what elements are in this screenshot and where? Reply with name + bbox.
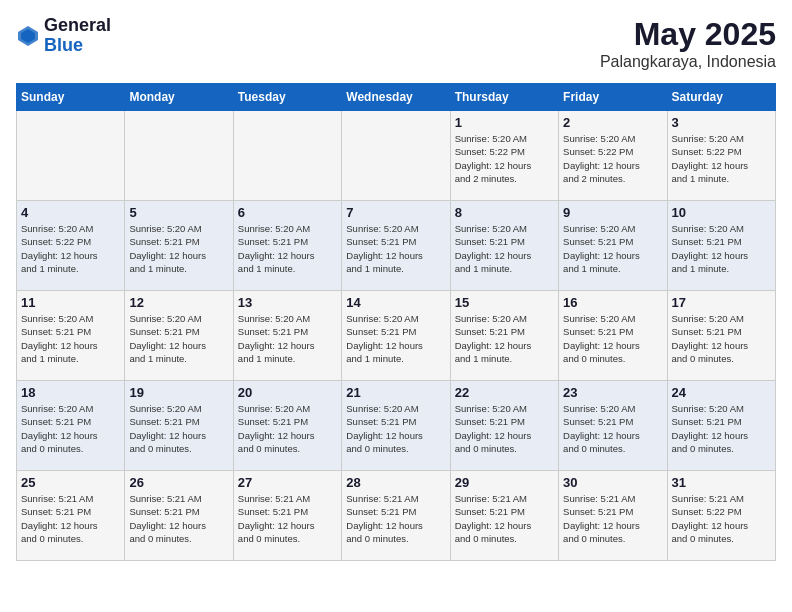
page-header: General Blue May 2025 Palangkaraya, Indo… bbox=[16, 16, 776, 71]
calendar-cell: 26Sunrise: 5:21 AM Sunset: 5:21 PM Dayli… bbox=[125, 471, 233, 561]
calendar-cell: 29Sunrise: 5:21 AM Sunset: 5:21 PM Dayli… bbox=[450, 471, 558, 561]
calendar-table: SundayMondayTuesdayWednesdayThursdayFrid… bbox=[16, 83, 776, 561]
calendar-cell: 16Sunrise: 5:20 AM Sunset: 5:21 PM Dayli… bbox=[559, 291, 667, 381]
day-number: 28 bbox=[346, 475, 445, 490]
weekday-header-sunday: Sunday bbox=[17, 84, 125, 111]
calendar-cell: 17Sunrise: 5:20 AM Sunset: 5:21 PM Dayli… bbox=[667, 291, 775, 381]
day-info: Sunrise: 5:21 AM Sunset: 5:21 PM Dayligh… bbox=[21, 492, 120, 545]
day-number: 13 bbox=[238, 295, 337, 310]
day-number: 2 bbox=[563, 115, 662, 130]
day-number: 26 bbox=[129, 475, 228, 490]
calendar-cell: 12Sunrise: 5:20 AM Sunset: 5:21 PM Dayli… bbox=[125, 291, 233, 381]
day-number: 6 bbox=[238, 205, 337, 220]
weekday-header-row: SundayMondayTuesdayWednesdayThursdayFrid… bbox=[17, 84, 776, 111]
day-number: 31 bbox=[672, 475, 771, 490]
day-info: Sunrise: 5:20 AM Sunset: 5:21 PM Dayligh… bbox=[238, 312, 337, 365]
logo-blue: Blue bbox=[44, 36, 111, 56]
day-info: Sunrise: 5:20 AM Sunset: 5:21 PM Dayligh… bbox=[346, 402, 445, 455]
weekday-header-saturday: Saturday bbox=[667, 84, 775, 111]
weekday-header-wednesday: Wednesday bbox=[342, 84, 450, 111]
day-info: Sunrise: 5:21 AM Sunset: 5:21 PM Dayligh… bbox=[346, 492, 445, 545]
day-info: Sunrise: 5:21 AM Sunset: 5:21 PM Dayligh… bbox=[455, 492, 554, 545]
day-number: 27 bbox=[238, 475, 337, 490]
day-info: Sunrise: 5:20 AM Sunset: 5:21 PM Dayligh… bbox=[21, 402, 120, 455]
day-info: Sunrise: 5:20 AM Sunset: 5:21 PM Dayligh… bbox=[129, 222, 228, 275]
calendar-cell: 14Sunrise: 5:20 AM Sunset: 5:21 PM Dayli… bbox=[342, 291, 450, 381]
day-number: 19 bbox=[129, 385, 228, 400]
day-info: Sunrise: 5:20 AM Sunset: 5:21 PM Dayligh… bbox=[346, 222, 445, 275]
calendar-cell: 30Sunrise: 5:21 AM Sunset: 5:21 PM Dayli… bbox=[559, 471, 667, 561]
day-info: Sunrise: 5:20 AM Sunset: 5:21 PM Dayligh… bbox=[21, 312, 120, 365]
calendar-cell: 31Sunrise: 5:21 AM Sunset: 5:22 PM Dayli… bbox=[667, 471, 775, 561]
calendar-cell: 27Sunrise: 5:21 AM Sunset: 5:21 PM Dayli… bbox=[233, 471, 341, 561]
month-title: May 2025 bbox=[600, 16, 776, 53]
day-info: Sunrise: 5:21 AM Sunset: 5:21 PM Dayligh… bbox=[238, 492, 337, 545]
calendar-cell: 13Sunrise: 5:20 AM Sunset: 5:21 PM Dayli… bbox=[233, 291, 341, 381]
day-number: 5 bbox=[129, 205, 228, 220]
day-info: Sunrise: 5:20 AM Sunset: 5:21 PM Dayligh… bbox=[238, 222, 337, 275]
day-number: 9 bbox=[563, 205, 662, 220]
day-number: 18 bbox=[21, 385, 120, 400]
day-number: 17 bbox=[672, 295, 771, 310]
weekday-header-thursday: Thursday bbox=[450, 84, 558, 111]
logo-text: General Blue bbox=[44, 16, 111, 56]
location-title: Palangkaraya, Indonesia bbox=[600, 53, 776, 71]
day-info: Sunrise: 5:21 AM Sunset: 5:22 PM Dayligh… bbox=[672, 492, 771, 545]
day-info: Sunrise: 5:20 AM Sunset: 5:22 PM Dayligh… bbox=[563, 132, 662, 185]
day-info: Sunrise: 5:20 AM Sunset: 5:21 PM Dayligh… bbox=[455, 402, 554, 455]
calendar-cell: 15Sunrise: 5:20 AM Sunset: 5:21 PM Dayli… bbox=[450, 291, 558, 381]
day-number: 21 bbox=[346, 385, 445, 400]
day-number: 24 bbox=[672, 385, 771, 400]
day-info: Sunrise: 5:20 AM Sunset: 5:21 PM Dayligh… bbox=[563, 312, 662, 365]
calendar-cell: 22Sunrise: 5:20 AM Sunset: 5:21 PM Dayli… bbox=[450, 381, 558, 471]
day-number: 23 bbox=[563, 385, 662, 400]
calendar-cell: 3Sunrise: 5:20 AM Sunset: 5:22 PM Daylig… bbox=[667, 111, 775, 201]
day-number: 7 bbox=[346, 205, 445, 220]
day-number: 1 bbox=[455, 115, 554, 130]
calendar-cell: 20Sunrise: 5:20 AM Sunset: 5:21 PM Dayli… bbox=[233, 381, 341, 471]
day-number: 22 bbox=[455, 385, 554, 400]
calendar-cell: 19Sunrise: 5:20 AM Sunset: 5:21 PM Dayli… bbox=[125, 381, 233, 471]
day-info: Sunrise: 5:20 AM Sunset: 5:21 PM Dayligh… bbox=[672, 222, 771, 275]
day-number: 8 bbox=[455, 205, 554, 220]
calendar-cell bbox=[342, 111, 450, 201]
day-info: Sunrise: 5:21 AM Sunset: 5:21 PM Dayligh… bbox=[129, 492, 228, 545]
day-number: 4 bbox=[21, 205, 120, 220]
calendar-cell: 6Sunrise: 5:20 AM Sunset: 5:21 PM Daylig… bbox=[233, 201, 341, 291]
weekday-header-friday: Friday bbox=[559, 84, 667, 111]
day-info: Sunrise: 5:20 AM Sunset: 5:21 PM Dayligh… bbox=[563, 222, 662, 275]
day-info: Sunrise: 5:20 AM Sunset: 5:22 PM Dayligh… bbox=[455, 132, 554, 185]
day-info: Sunrise: 5:20 AM Sunset: 5:22 PM Dayligh… bbox=[672, 132, 771, 185]
logo-icon bbox=[16, 24, 40, 48]
day-info: Sunrise: 5:20 AM Sunset: 5:21 PM Dayligh… bbox=[129, 312, 228, 365]
day-info: Sunrise: 5:20 AM Sunset: 5:21 PM Dayligh… bbox=[346, 312, 445, 365]
day-number: 14 bbox=[346, 295, 445, 310]
calendar-cell: 7Sunrise: 5:20 AM Sunset: 5:21 PM Daylig… bbox=[342, 201, 450, 291]
day-number: 3 bbox=[672, 115, 771, 130]
day-number: 29 bbox=[455, 475, 554, 490]
day-number: 30 bbox=[563, 475, 662, 490]
day-number: 12 bbox=[129, 295, 228, 310]
day-info: Sunrise: 5:20 AM Sunset: 5:21 PM Dayligh… bbox=[563, 402, 662, 455]
day-info: Sunrise: 5:20 AM Sunset: 5:21 PM Dayligh… bbox=[129, 402, 228, 455]
calendar-cell: 11Sunrise: 5:20 AM Sunset: 5:21 PM Dayli… bbox=[17, 291, 125, 381]
day-info: Sunrise: 5:20 AM Sunset: 5:21 PM Dayligh… bbox=[672, 312, 771, 365]
calendar-cell: 10Sunrise: 5:20 AM Sunset: 5:21 PM Dayli… bbox=[667, 201, 775, 291]
calendar-cell bbox=[125, 111, 233, 201]
title-block: May 2025 Palangkaraya, Indonesia bbox=[600, 16, 776, 71]
calendar-cell: 28Sunrise: 5:21 AM Sunset: 5:21 PM Dayli… bbox=[342, 471, 450, 561]
calendar-cell: 21Sunrise: 5:20 AM Sunset: 5:21 PM Dayli… bbox=[342, 381, 450, 471]
day-info: Sunrise: 5:20 AM Sunset: 5:22 PM Dayligh… bbox=[21, 222, 120, 275]
calendar-cell: 9Sunrise: 5:20 AM Sunset: 5:21 PM Daylig… bbox=[559, 201, 667, 291]
week-row-5: 25Sunrise: 5:21 AM Sunset: 5:21 PM Dayli… bbox=[17, 471, 776, 561]
calendar-cell: 4Sunrise: 5:20 AM Sunset: 5:22 PM Daylig… bbox=[17, 201, 125, 291]
calendar-cell: 23Sunrise: 5:20 AM Sunset: 5:21 PM Dayli… bbox=[559, 381, 667, 471]
calendar-cell: 2Sunrise: 5:20 AM Sunset: 5:22 PM Daylig… bbox=[559, 111, 667, 201]
day-number: 11 bbox=[21, 295, 120, 310]
calendar-cell: 1Sunrise: 5:20 AM Sunset: 5:22 PM Daylig… bbox=[450, 111, 558, 201]
logo: General Blue bbox=[16, 16, 111, 56]
calendar-cell bbox=[233, 111, 341, 201]
calendar-cell: 24Sunrise: 5:20 AM Sunset: 5:21 PM Dayli… bbox=[667, 381, 775, 471]
calendar-cell: 25Sunrise: 5:21 AM Sunset: 5:21 PM Dayli… bbox=[17, 471, 125, 561]
weekday-header-monday: Monday bbox=[125, 84, 233, 111]
